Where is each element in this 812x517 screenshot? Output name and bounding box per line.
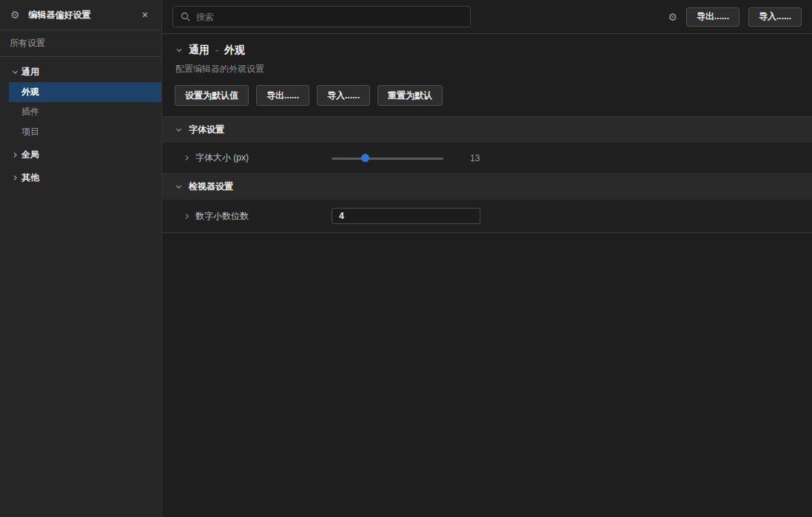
setting-label: 数字小数位数	[195, 210, 249, 223]
chevron-down-icon	[9, 69, 21, 75]
setting-row-decimal-places: 数字小数位数	[162, 200, 812, 233]
section-header-inspector-settings[interactable]: 检视器设置	[162, 173, 812, 200]
settings-gear-icon[interactable]: ⚙	[668, 12, 677, 22]
export-settings-button[interactable]: 导出......	[256, 85, 309, 106]
search-input[interactable]	[196, 12, 463, 22]
chevron-right-icon	[9, 175, 21, 181]
breadcrumb-separator: -	[215, 45, 218, 55]
decimal-places-input[interactable]	[332, 208, 480, 224]
chevron-down-icon	[175, 126, 182, 133]
page-title: 通用 - 外观	[175, 44, 800, 57]
section-title: 字体设置	[189, 124, 224, 136]
all-settings-label: 所有设置	[10, 37, 45, 50]
chevron-right-icon[interactable]	[184, 213, 190, 220]
font-size-value: 13	[470, 153, 480, 163]
font-size-slider[interactable]	[332, 154, 443, 163]
chevron-down-icon	[175, 183, 182, 190]
sidebar-group-global[interactable]: 全局	[0, 145, 161, 165]
sidebar-item-appearance[interactable]: 外观	[9, 82, 161, 102]
search-box[interactable]	[172, 6, 471, 27]
sidebar-item-label: 外观	[21, 86, 39, 98]
breadcrumb-page: 外观	[224, 44, 245, 57]
sidebar-group-general[interactable]: 通用	[0, 62, 161, 82]
sidebar: ⚙ 编辑器偏好设置 × 所有设置 通用 外观 插件 项目	[0, 0, 162, 517]
action-button-row: 设置为默认值 导出...... 导入...... 重置为默认	[175, 85, 812, 106]
set-as-default-button[interactable]: 设置为默认值	[175, 85, 249, 106]
section-title: 检视器设置	[189, 180, 233, 193]
section-header-font-settings[interactable]: 字体设置	[162, 116, 812, 143]
toolbar: ⚙ 导出...... 导入......	[162, 0, 812, 34]
preferences-window: ⚙ 编辑器偏好设置 × 所有设置 通用 外观 插件 项目	[0, 0, 812, 517]
sidebar-group-other[interactable]: 其他	[0, 168, 161, 188]
sidebar-group-label: 其他	[21, 172, 39, 184]
import-settings-button[interactable]: 导入......	[317, 85, 370, 106]
page-head: 通用 - 外观 配置编辑器的外观设置	[162, 34, 812, 75]
chevron-right-icon[interactable]	[184, 155, 190, 161]
settings-content: 通用 - 外观 配置编辑器的外观设置 设置为默认值 导出...... 导入...…	[162, 34, 812, 517]
import-button[interactable]: 导入......	[748, 7, 802, 27]
toolbar-right: ⚙ 导出...... 导入......	[668, 7, 802, 27]
settings-tree: 通用 外观 插件 项目 全局 其他	[0, 57, 161, 188]
sidebar-item-plugins[interactable]: 插件	[9, 102, 161, 122]
sidebar-item-label: 项目	[21, 126, 39, 138]
search-icon	[181, 12, 190, 21]
page-description: 配置编辑器的外观设置	[175, 63, 800, 75]
setting-label: 字体大小 (px)	[195, 152, 249, 164]
setting-label-group: 字体大小 (px)	[162, 152, 332, 164]
breadcrumb-category: 通用	[189, 44, 209, 57]
slider-track	[332, 158, 443, 160]
sidebar-item-label: 插件	[21, 106, 39, 118]
slider-thumb[interactable]	[361, 154, 369, 162]
sidebar-item-all-settings[interactable]: 所有设置	[0, 30, 161, 57]
reset-to-default-button[interactable]: 重置为默认	[378, 85, 443, 106]
export-button[interactable]: 导出......	[686, 7, 739, 27]
chevron-right-icon	[9, 152, 21, 158]
setting-row-font-size: 字体大小 (px) 13	[162, 143, 812, 173]
sidebar-header: ⚙ 编辑器偏好设置 ×	[0, 0, 161, 30]
gear-icon: ⚙	[10, 10, 20, 20]
main-panel: ⚙ 导出...... 导入...... 通用 - 外观 配置编辑器的外观设置 设…	[162, 0, 812, 517]
sidebar-item-project[interactable]: 项目	[9, 122, 161, 142]
setting-label-group: 数字小数位数	[162, 210, 332, 223]
window-title: 编辑器偏好设置	[29, 9, 139, 21]
close-icon[interactable]: ×	[139, 8, 151, 21]
sidebar-group-label: 通用	[21, 66, 39, 78]
chevron-down-icon[interactable]	[175, 47, 183, 54]
sidebar-group-label: 全局	[21, 149, 39, 161]
